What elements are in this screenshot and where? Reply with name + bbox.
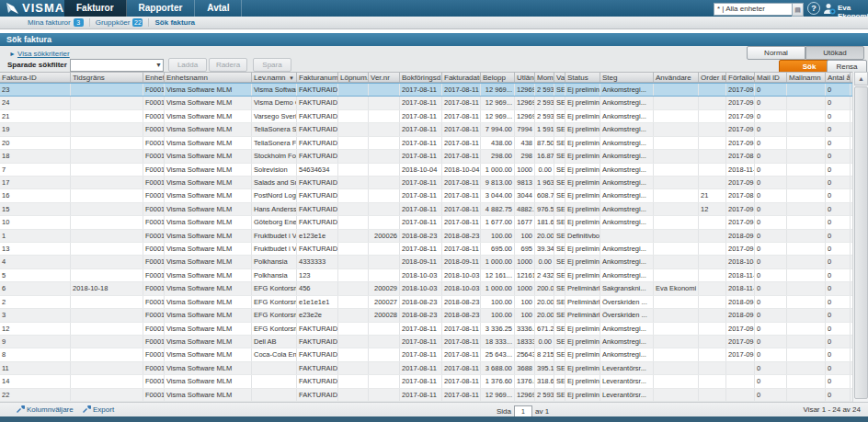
vertical-scrollbar[interactable]: ▲ ▼	[852, 72, 868, 416]
cell-bokforingsdatum: 2017-08-11	[400, 323, 442, 335]
cell-fakturadatum: 2017-08-11	[442, 189, 481, 201]
cell-belopp: 100.00	[481, 296, 515, 308]
column-header-tidsgrans[interactable]: Tidsgräns	[71, 73, 143, 82]
cell-mallnamn	[787, 230, 826, 242]
table-row[interactable]: 19F0001Visma Software MLMTeliaSonera Sve…	[0, 123, 852, 136]
table-row[interactable]: 14F0001Visma Software MLMFAKTURAID072017…	[0, 375, 852, 388]
cell-momsbelopp: 2 593.75	[535, 84, 554, 96]
column-header-forfallodatum[interactable]: Förfallodatu...	[726, 73, 755, 82]
column-header-steg[interactable]: Steg	[600, 73, 654, 82]
column-picker-link[interactable]: Kolumnväljare	[17, 405, 74, 414]
saved-filters-select[interactable]: ▼	[70, 59, 164, 72]
table-row[interactable]: 3F0001Visma Software MLMEFG Kontorsmöb..…	[0, 309, 852, 322]
tab-fakturor[interactable]: Fakturor	[64, 0, 127, 17]
table-row[interactable]: 20F0001Visma Software MLMTeliaSonera Fin…	[0, 137, 852, 150]
column-header-vernr[interactable]: Ver.nr	[369, 73, 400, 82]
cell-fakturadatum: 2017-08-11	[442, 336, 481, 348]
column-header-antal-ater[interactable]: Antal åter...	[826, 73, 851, 82]
sort-icon[interactable]: ▼	[289, 74, 294, 82]
cell-mallnamn	[787, 164, 826, 176]
table-row[interactable]: 5F0001Visma Software MLMPolkhansia123201…	[0, 269, 852, 282]
load-filter-button[interactable]: Ladda	[168, 58, 207, 72]
export-link[interactable]: Export	[83, 405, 114, 414]
column-header-momsbelopp[interactable]: Momsb...	[535, 73, 554, 82]
table-row[interactable]: 62018-10-18F0001Visma Software MLMEFG Ko…	[0, 282, 852, 295]
column-header-belopp[interactable]: Belopp	[481, 73, 515, 82]
column-header-bokforingsdatum[interactable]: Bokföringsd...	[400, 73, 442, 82]
table-row[interactable]: 24F0001Visma Software MLMVisma Demo Oli.…	[0, 97, 852, 109]
cell-mallnamn	[787, 150, 826, 162]
cell-utlandskt: 3336.25	[515, 323, 535, 335]
cell-steg: Överskriden ...	[600, 309, 654, 321]
save-filter-button[interactable]: Spara	[253, 58, 291, 72]
table-row[interactable]: 8F0001Visma Software MLMCoca-Cola Enter.…	[0, 348, 852, 361]
cell-status: Preliminärbokad	[565, 296, 600, 308]
table-row[interactable]: 16F0001Visma Software MLMPostNord Logist…	[0, 189, 852, 202]
column-header-order-id[interactable]: Order ID	[699, 73, 726, 82]
column-header-lopnummer[interactable]: Löpnum...	[338, 73, 369, 82]
cell-enhet: F0001	[143, 189, 165, 201]
unit-browse-icon[interactable]: ▤	[792, 3, 804, 17]
table-row[interactable]: 18F0001Visma Software MLMStockholm Food …	[0, 150, 852, 163]
column-header-fakturadatum[interactable]: Fakturadatu...	[442, 73, 481, 82]
table-row[interactable]: 7F0001Visma Software MLMSolrevision54634…	[0, 164, 852, 177]
column-header-mallnamn[interactable]: Mallnamn	[787, 73, 826, 82]
column-header-enhet[interactable]: Enhet...	[143, 73, 165, 82]
normal-view-button[interactable]: Normal	[747, 46, 805, 60]
cell-momsbelopp: 0.00	[535, 256, 554, 268]
table-row[interactable]: 21F0001Visma Software MLMVarsego Sverige…	[0, 110, 852, 123]
cell-status: Ej preliminärb...	[565, 348, 600, 360]
column-header-valuta[interactable]: Va...	[554, 73, 565, 82]
table-row[interactable]: 10F0001Visma Software MLMGöteborg Energi…	[0, 216, 852, 229]
cell-mail-id: 0	[755, 348, 787, 360]
subnav-item-sok-faktura[interactable]: Sök faktura	[154, 18, 200, 27]
tab-rapporter[interactable]: Rapporter	[127, 0, 196, 17]
cell-enhet: F0001	[143, 243, 165, 255]
show-criteria-link[interactable]: ►Visa sökkriterier	[9, 50, 70, 58]
cell-steg: Ankomstregi...	[600, 177, 654, 188]
subnav-item-gruppkoer[interactable]: Gruppköer22	[96, 18, 150, 27]
column-header-fakturanummer[interactable]: Fakturanum...	[297, 73, 338, 82]
cell-bokforingsdatum: 2017-08-11	[400, 189, 442, 201]
help-icon[interactable]: ?	[807, 2, 820, 15]
table-row[interactable]: 4F0001Visma Software MLMPolkhansia433333…	[0, 256, 852, 268]
cell-fakturadatum: 2017-08-11	[442, 110, 481, 122]
table-row[interactable]: 1F0001Visma Software MLMFruktbudet i Väs…	[0, 230, 852, 243]
unit-selector-input[interactable]	[714, 3, 796, 16]
table-row[interactable]: 23F0001Visma Software MLMVisma Software …	[0, 83, 852, 97]
cell-forfallodatum: 2017-09-10	[726, 110, 755, 122]
cell-enhetsnamn: Visma Software MLM	[165, 189, 252, 201]
table-row[interactable]: 22F0001Visma Software MLMFAKTURAID152017…	[0, 389, 852, 402]
column-header-status[interactable]: Status	[565, 73, 600, 82]
column-header-utlandskt[interactable]: Utländ...	[515, 73, 535, 82]
table-row[interactable]: 9F0001Visma Software MLMDell ABFAKTURAID…	[0, 336, 852, 348]
table-row[interactable]: 13F0001Visma Software MLMFruktbudet i Vä…	[0, 243, 852, 256]
cell-belopp: 12 969...	[481, 84, 515, 96]
cell-fakturanummer: e23e2e	[297, 309, 338, 321]
table-row[interactable]: 17F0001Visma Software MLMSalads and Smo.…	[0, 177, 852, 189]
cell-enhetsnamn: Visma Software MLM	[165, 309, 252, 321]
cell-mail-id: 0	[755, 323, 787, 335]
tab-avtal[interactable]: Avtal	[195, 0, 242, 17]
column-header-levnamn[interactable]: Lev.namn▼	[252, 73, 297, 82]
column-header-enhetsnamn[interactable]: Enhetsnamn	[165, 73, 252, 82]
table-row[interactable]: 15F0001Visma Software MLMHans Andersson …	[0, 203, 852, 216]
column-header-anvandare[interactable]: Användare	[654, 73, 699, 82]
column-header-mail-id[interactable]: Mail ID	[755, 73, 787, 82]
scroll-up-icon[interactable]: ▲	[854, 72, 868, 86]
cell-levnamn: PostNord Logisti...	[252, 189, 297, 201]
cell-antal-ater: 0	[826, 203, 851, 215]
cell-vernr: 200026	[369, 230, 400, 242]
table-row[interactable]: 12F0001Visma Software MLMEFG Kontorsmöb.…	[0, 323, 852, 336]
column-header-faktura-id[interactable]: Faktura-ID	[0, 73, 71, 82]
table-row[interactable]: 11F0001Visma Software MLMFAKTURAID042017…	[0, 362, 852, 375]
cell-anvandare	[654, 296, 699, 308]
extended-view-button[interactable]: Utökad	[805, 46, 864, 60]
cell-order-id	[699, 137, 726, 149]
cell-momsbelopp: 0.00	[535, 164, 554, 176]
delete-filter-button[interactable]: Radera	[209, 58, 247, 72]
scrollbar-thumb[interactable]	[854, 86, 868, 399]
subnav-item-mina-fakturor[interactable]: Mina fakturor3	[28, 18, 90, 27]
table-row[interactable]: 2F0001Visma Software MLMEFG Kontorsmöb..…	[0, 296, 852, 309]
cell-mallnamn	[787, 296, 826, 308]
